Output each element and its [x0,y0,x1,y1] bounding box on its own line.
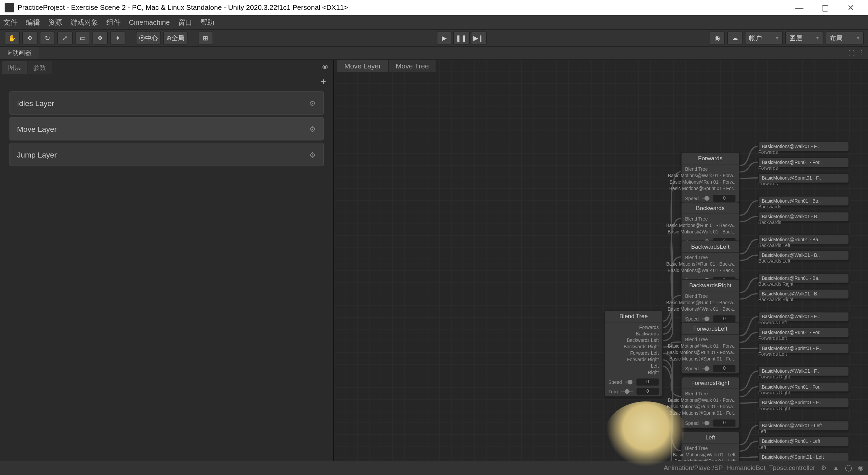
gear-icon[interactable]: ⚙ [309,99,316,107]
subtree-forwardsleft[interactable]: ForwardsLeftBlend TreeBasic Motions@Walk… [681,323,740,374]
menu-edit[interactable]: 编辑 [26,17,40,27]
leaf-label: Forwards Right [758,406,790,412]
leaf-label: Backwards Right [758,282,793,287]
minimize-button[interactable]: — [786,0,812,15]
pause-button[interactable]: ❚❚ [453,32,469,44]
status-icon-2[interactable]: ▲ [833,464,839,471]
leaf-label: Left [758,429,766,434]
layers-dropdown[interactable]: 图层 [785,32,823,44]
layers-tab[interactable]: 图层 [2,61,27,74]
menu-file[interactable]: 文件 [3,17,17,27]
visibility-icon[interactable]: 👁 [321,63,329,71]
leaf-label: Backwards [758,204,781,210]
leaf-label: Left [758,445,766,450]
mascot-overlay [605,401,687,466]
leaf-label: Backwards Left [758,259,790,264]
status-icon-3[interactable]: ◯ [845,464,852,471]
leaf-label: Forwards Left [758,320,787,326]
status-icon-4[interactable]: ◉ [858,464,864,471]
layout-dropdown[interactable]: 布局 [826,32,864,44]
root-blend-tree[interactable]: Blend TreeForwardsBackwardsBackwards Lef… [604,310,663,397]
menu-help[interactable]: 帮助 [200,17,214,27]
panel-tab-bar: ⊱ 动画器 ⛶ ⋮ [0,47,868,60]
menu-icon[interactable]: ⋮ [859,49,865,57]
subtree-backwardsright[interactable]: BackwardsRightBlend TreeBasic Motions@Ru… [681,279,740,324]
unity-icon [5,3,14,13]
leaf-label: Forwards [758,166,778,171]
crumb-tree[interactable]: Move Tree [389,60,436,72]
global-toggle[interactable]: ⊕全局 [163,32,188,44]
menu-window[interactable]: 窗口 [178,17,192,27]
subtree-forwards[interactable]: ForwardsBlend TreeBasic Motions@Walk 01 … [681,152,740,204]
layers-panel: 图层 参数 👁 + Idles Layer⚙Move Layer⚙Jump La… [0,60,334,461]
cloud-button[interactable]: ☁ [727,32,743,44]
leaf-label: Forwards Left [758,352,787,357]
leaf-label: Forwards Right [758,390,790,396]
gear-icon[interactable]: ⚙ [309,124,316,133]
leaf-label: Backwards Left [758,243,790,248]
leaf-label: Backwards Right [758,297,793,303]
status-icon-1[interactable]: ⚙ [821,464,827,471]
window-title-bar: PracticeProject - Exercise Scene 2 - PC,… [0,0,868,15]
maximize-icon[interactable]: ⛶ [848,49,855,57]
transform-tool[interactable]: ❖ [93,32,108,44]
motion-leaf[interactable]: BasicMotions@Sprint01 - Left [758,452,849,461]
layer-row-2[interactable]: Jump Layer⚙ [9,143,324,166]
params-tab[interactable]: 参数 [27,61,52,74]
custom-tool[interactable]: ✦ [110,32,125,44]
param-tabs: 图层 参数 👁 [0,60,333,75]
menu-cinemachine[interactable]: Cinemachine [129,18,170,26]
menu-bar: 文件 编辑 资源 游戏对象 组件 Cinemachine 窗口 帮助 [0,15,868,29]
window-title: PracticeProject - Exercise Scene 2 - PC,… [18,3,348,12]
leaf-label: Forwards [758,181,778,187]
layer-row-1[interactable]: Move Layer⚙ [9,117,324,140]
leaf-label: Forwards Right [758,374,790,380]
maximize-button[interactable]: ▢ [812,0,838,15]
account-dropdown[interactable]: 帐户 [745,32,783,44]
leaf-label: Backwards [758,220,781,225]
motion-leaf[interactable]: BasicMotions@Run01 - Left [758,436,849,446]
close-button[interactable]: ✕ [838,0,864,15]
scale-tool[interactable]: ⤢ [57,32,73,44]
step-button[interactable]: ▶❙ [471,32,487,44]
subtree-forwardsright[interactable]: ForwardsRightBlend TreeBasic Motions@Wal… [681,377,740,428]
breadcrumb: Move Layer Move Tree [334,60,436,73]
menu-gameobject[interactable]: 游戏对象 [70,17,98,27]
leaf-label: Forwards [758,150,778,155]
rect-tool[interactable]: ▭ [75,32,90,44]
animator-graph[interactable]: Move Layer Move Tree Blend TreeForwardsB… [334,60,868,461]
gear-icon[interactable]: ⚙ [309,150,316,159]
subtree-left[interactable]: LeftBlend TreeBasic Motions@Walk 01 - Le… [681,431,740,461]
add-layer-button[interactable]: + [0,75,333,89]
toolbar: ✋ ✥ ↻ ⤢ ▭ ❖ ✦ ⦿中心 ⊕全局 ⊞ ▶ ❚❚ ▶❙ ◉ ☁ 帐户 图… [0,29,868,47]
layer-row-0[interactable]: Idles Layer⚙ [9,91,324,115]
play-button[interactable]: ▶ [436,32,452,44]
motion-leaf[interactable]: BasicMotions@Walk01 - Left [758,421,849,431]
move-tool[interactable]: ✥ [22,32,38,44]
animator-tab[interactable]: ⊱ 动画器 [0,47,39,60]
hand-tool[interactable]: ✋ [5,32,20,44]
menu-component[interactable]: 组件 [106,17,120,27]
crumb-layer[interactable]: Move Layer [337,60,388,72]
snap-toggle[interactable]: ⊞ [198,32,213,44]
rotate-tool[interactable]: ↻ [40,32,55,44]
leaf-label: Left [758,460,766,461]
collab-button[interactable]: ◉ [710,32,725,44]
status-path: Animation/Player/SP_HumanoidBot_Tpose.co… [664,464,815,471]
pivot-toggle[interactable]: ⦿中心 [136,32,161,44]
leaf-label: Forwards Left [758,336,787,341]
status-bar: Animation/Player/SP_HumanoidBot_Tpose.co… [0,461,868,474]
menu-assets[interactable]: 资源 [48,17,62,27]
